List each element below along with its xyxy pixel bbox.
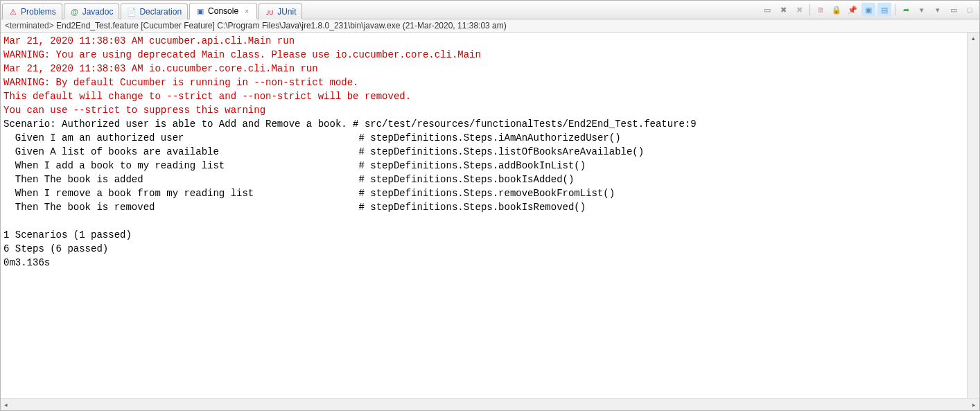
close-tab-icon[interactable]: × <box>243 7 251 15</box>
console-warning-text: Mar 21, 2020 11:38:03 AM cucumber.api.cl… <box>3 35 481 116</box>
declaration-icon: 📄 <box>127 7 137 17</box>
scroll-right-icon[interactable]: ▸ <box>969 399 979 410</box>
console-output[interactable]: Mar 21, 2020 11:38:03 AM cucumber.api.cl… <box>1 33 979 398</box>
console-output-wrap: Mar 21, 2020 11:38:03 AM cucumber.api.cl… <box>1 33 979 410</box>
remove-launch-icon[interactable]: ▭ <box>760 3 774 17</box>
tab-label: Console <box>208 6 238 16</box>
hscroll-track[interactable] <box>11 399 969 410</box>
javadoc-icon: @ <box>70 7 80 17</box>
tab-label: JUnit <box>277 7 296 17</box>
view-menu-icon[interactable]: ▾ <box>931 3 945 17</box>
console-status-line: <terminated> End2End_Test.feature [Cucum… <box>1 19 979 33</box>
tab-javadoc[interactable]: @Javadoc <box>64 3 120 19</box>
tab-label: Javadoc <box>82 7 114 17</box>
view-tab-bar: ⚠Problems@Javadoc📄Declaration▣Console×ᴊᴜ… <box>1 1 979 19</box>
minimize-icon[interactable]: ▭ <box>947 3 961 17</box>
clear-icon[interactable]: 🗎 <box>814 3 828 17</box>
pin-icon[interactable]: 📌 <box>846 3 859 17</box>
console-icon: ▣ <box>195 6 205 16</box>
remove-all-icon[interactable]: ✖ <box>776 3 790 17</box>
launch-description: End2End_Test.feature [Cucumber Feature] … <box>56 21 507 30</box>
toolbar-separator <box>895 4 895 15</box>
scroll-lock-icon[interactable]: 🔒 <box>830 3 843 17</box>
junit-icon: ᴊᴜ <box>265 7 274 17</box>
console-view-window: ⚠Problems@Javadoc📄Declaration▣Console×ᴊᴜ… <box>0 0 980 411</box>
open-console-icon[interactable]: ▤ <box>877 3 891 17</box>
tab-junit[interactable]: ᴊᴜJUnit <box>259 3 302 19</box>
display-selected-icon[interactable]: ▣ <box>861 3 875 17</box>
tab-declaration[interactable]: 📄Declaration <box>121 3 188 19</box>
vertical-scrollbar[interactable]: ▴ <box>967 33 979 398</box>
horizontal-scrollbar[interactable]: ◂ ▸ <box>1 398 979 410</box>
new-console-icon[interactable]: ➦ <box>899 3 913 17</box>
tab-label: Declaration <box>139 7 182 17</box>
tab-problems[interactable]: ⚠Problems <box>2 3 62 19</box>
problems-icon: ⚠ <box>8 7 18 17</box>
console-toolbar: ▭✖✖🗎🔒📌▣▤➦▾▾▭□ <box>760 2 977 17</box>
scroll-up-icon[interactable]: ▴ <box>968 33 979 43</box>
terminated-label: <terminated> <box>5 21 54 30</box>
console-dropdown-icon[interactable]: ▾ <box>915 3 929 17</box>
console-body-text: Scenario: Authorized user is able to Add… <box>3 119 697 268</box>
toolbar-separator <box>810 4 810 15</box>
tab-console[interactable]: ▣Console× <box>189 3 257 19</box>
scroll-left-icon[interactable]: ◂ <box>1 399 11 410</box>
remove-all-terminated-icon[interactable]: ✖ <box>792 3 806 17</box>
maximize-icon[interactable]: □ <box>963 3 977 17</box>
tab-label: Problems <box>21 7 56 17</box>
